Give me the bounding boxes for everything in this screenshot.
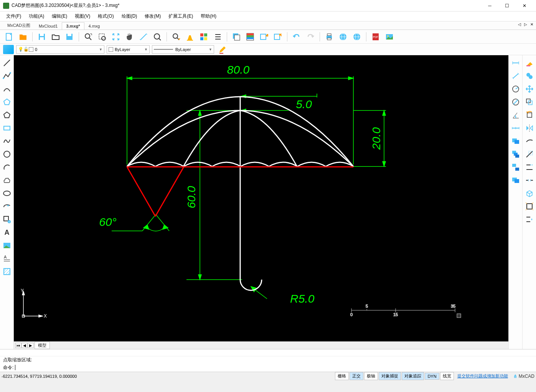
measure-button[interactable] bbox=[137, 31, 150, 43]
extend-tool[interactable] bbox=[523, 161, 536, 173]
tab-next[interactable]: ▷ bbox=[523, 22, 528, 26]
model-prev[interactable]: ◀ bbox=[21, 343, 28, 348]
menu-function[interactable]: 功能(A) bbox=[26, 12, 47, 21]
minimize-button[interactable]: ─ bbox=[481, 0, 498, 12]
mtext-tool[interactable]: A bbox=[1, 252, 13, 265]
erase-tool[interactable] bbox=[523, 57, 536, 69]
layers4-tool[interactable] bbox=[510, 174, 522, 186]
tab-3mxg[interactable]: 3.mxg* bbox=[62, 22, 84, 30]
menu-modify[interactable]: 修改(M) bbox=[142, 12, 164, 21]
feedback-link[interactable]: 提交软件问题或增加新功能 bbox=[457, 373, 508, 379]
scale-tool[interactable] bbox=[523, 135, 536, 147]
zoom-select-button[interactable] bbox=[82, 31, 94, 43]
ellipse-tool[interactable] bbox=[1, 187, 13, 199]
print-button[interactable] bbox=[323, 31, 335, 43]
arc2-tool[interactable] bbox=[1, 161, 13, 173]
tab-4mxg[interactable]: 4.mxg bbox=[84, 22, 104, 30]
circle-tool[interactable] bbox=[1, 148, 13, 160]
osnap-toggle[interactable]: 对象捕捉 bbox=[379, 372, 401, 380]
menu-format[interactable]: 格式(O) bbox=[95, 12, 117, 21]
tab-mxcloud1[interactable]: MxCloud1 bbox=[35, 22, 62, 30]
ortho-toggle[interactable]: 正交 bbox=[350, 372, 363, 380]
palette-button[interactable] bbox=[198, 31, 210, 43]
tab-prev[interactable]: ◁ bbox=[517, 22, 522, 26]
copy-tool[interactable] bbox=[523, 70, 536, 82]
polyline-tool[interactable] bbox=[1, 70, 13, 82]
dim-diameter-tool[interactable] bbox=[510, 96, 522, 108]
highlight-button[interactable] bbox=[184, 31, 196, 43]
menu-extension[interactable]: 扩展工具(E) bbox=[165, 12, 196, 21]
redo-button[interactable] bbox=[304, 31, 317, 43]
rotate-tool[interactable] bbox=[523, 109, 536, 121]
layers2-tool[interactable] bbox=[510, 148, 522, 160]
move-tool[interactable] bbox=[523, 83, 536, 95]
offset-tool[interactable] bbox=[523, 96, 536, 108]
linetype-dropdown[interactable]: ByLayer ▼ bbox=[152, 45, 214, 54]
break-tool[interactable] bbox=[523, 174, 536, 186]
dim-continue-tool[interactable] bbox=[510, 122, 522, 134]
menu-file[interactable]: 文件(F) bbox=[3, 12, 24, 21]
saveas-button[interactable] bbox=[63, 31, 76, 43]
polygon2-tool[interactable] bbox=[1, 109, 13, 121]
spline-tool[interactable] bbox=[1, 135, 13, 147]
layer-manager-icon[interactable] bbox=[3, 45, 14, 54]
zoom-window-button[interactable] bbox=[96, 31, 108, 43]
pan-button[interactable] bbox=[124, 31, 136, 43]
web2-button[interactable] bbox=[351, 31, 363, 43]
dim-aligned-tool[interactable] bbox=[510, 70, 522, 82]
mirror-tool[interactable] bbox=[523, 122, 536, 134]
pencil-edit-button[interactable] bbox=[216, 43, 229, 56]
lweight-toggle[interactable]: 线宽 bbox=[440, 372, 454, 380]
otrack-toggle[interactable]: 对象追踪 bbox=[402, 372, 424, 380]
list-button[interactable] bbox=[211, 31, 224, 43]
explode-tool[interactable] bbox=[523, 200, 536, 212]
cloud-tool[interactable] bbox=[1, 174, 13, 186]
menu-draw[interactable]: 绘图(D) bbox=[119, 12, 140, 21]
save-button[interactable] bbox=[36, 31, 48, 43]
tab-close[interactable]: ✕ bbox=[529, 22, 534, 26]
export-button[interactable] bbox=[258, 31, 270, 43]
command-input[interactable] bbox=[15, 365, 15, 370]
undo-button[interactable] bbox=[290, 31, 303, 43]
fillet-tool[interactable] bbox=[523, 213, 536, 226]
open-button[interactable] bbox=[17, 31, 29, 43]
model-tab[interactable]: 模型 bbox=[35, 342, 50, 349]
find-button[interactable] bbox=[170, 31, 182, 43]
zoom-button[interactable] bbox=[151, 31, 163, 43]
menu-view[interactable]: 视图(V) bbox=[72, 12, 93, 21]
layers3-tool[interactable] bbox=[510, 161, 522, 173]
dyn-toggle[interactable]: DYN bbox=[425, 373, 439, 380]
menu-help[interactable]: 帮助(H) bbox=[198, 12, 219, 21]
import-button[interactable] bbox=[272, 31, 284, 43]
pdf-button[interactable]: PDF bbox=[369, 31, 382, 43]
rectangle-tool[interactable] bbox=[1, 122, 13, 134]
trim-tool[interactable] bbox=[523, 148, 536, 160]
menu-edit[interactable]: 编辑(E) bbox=[49, 12, 70, 21]
dim-linear-tool[interactable] bbox=[510, 57, 522, 69]
model-first[interactable]: ⏮ bbox=[15, 343, 21, 348]
polygon-tool[interactable] bbox=[1, 96, 13, 108]
layer-button[interactable] bbox=[230, 31, 242, 43]
grid-toggle[interactable]: 栅格 bbox=[335, 372, 349, 380]
color-dropdown[interactable]: ByLayer ▼ bbox=[107, 45, 150, 54]
properties-button[interactable] bbox=[244, 31, 256, 43]
dim-radius-tool[interactable] bbox=[510, 83, 522, 95]
ellipse-arc-tool[interactable] bbox=[1, 200, 13, 212]
arc-tool[interactable] bbox=[1, 83, 13, 95]
line-tool[interactable] bbox=[1, 57, 13, 69]
layers1-tool[interactable] bbox=[510, 135, 522, 147]
model-next[interactable]: ▶ bbox=[28, 343, 34, 348]
folder-button[interactable] bbox=[49, 31, 62, 43]
image-insert-tool[interactable] bbox=[1, 239, 13, 252]
image-button[interactable] bbox=[383, 31, 396, 43]
drawing-canvas[interactable]: 80.0 5.0 bbox=[14, 55, 508, 341]
close-button[interactable]: ✕ bbox=[516, 0, 533, 12]
block-insert-tool[interactable]: + bbox=[1, 213, 13, 226]
layer-dropdown[interactable]: 💡🔓 0 ▼ bbox=[16, 45, 104, 54]
zoom-extents-button[interactable] bbox=[110, 31, 122, 43]
text-tool[interactable]: A bbox=[1, 226, 13, 239]
polar-toggle[interactable]: 极轴 bbox=[364, 372, 378, 380]
new-button[interactable] bbox=[3, 31, 15, 43]
dim-angular-tool[interactable] bbox=[510, 109, 522, 121]
maximize-button[interactable]: ☐ bbox=[498, 0, 516, 12]
